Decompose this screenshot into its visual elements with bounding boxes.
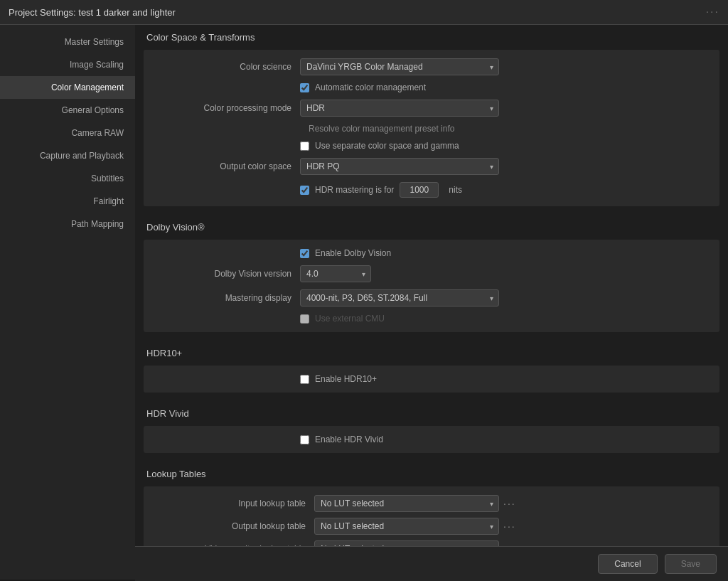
input-lut-select-wrapper: No LUT selected — [314, 495, 499, 512]
sidebar-item-camera-raw[interactable]: Camera RAW — [0, 122, 135, 144]
enable-hdr10plus-label[interactable]: Enable HDR10+ — [300, 374, 705, 384]
save-button[interactable]: Save — [665, 554, 717, 574]
color-science-select[interactable]: DaVinci YRGB Color Managed DaVinci YRGB … — [300, 58, 499, 75]
hdr-mastering-text: HDR mastering is for — [315, 185, 394, 195]
sidebar-item-image-scaling[interactable]: Image Scaling — [0, 53, 135, 76]
separate-color-space-text: Use separate color space and gamma — [315, 141, 459, 151]
external-cmu-control: Use external CMU — [300, 314, 705, 324]
output-color-space-row: Output color space HDR PQ Rec.709 Rec.20… — [158, 158, 705, 175]
output-lut-dots-button[interactable]: ··· — [499, 519, 520, 533]
mastering-display-control: 4000-nit, P3, D65, ST.2084, Full 1000-ni… — [300, 289, 705, 307]
content-scroll: Color Space & Transforms Color science D… — [135, 25, 728, 580]
sidebar-item-subtitles[interactable]: Subtitles — [0, 167, 135, 190]
color-science-label: Color science — [158, 62, 300, 72]
enable-dolby-vision-label[interactable]: Enable Dolby Vision — [300, 248, 705, 258]
hdr-mastering-label[interactable]: HDR mastering is for nits — [300, 182, 705, 198]
resolve-preset-row: Resolve color management preset info — [158, 124, 705, 134]
cancel-button[interactable]: Cancel — [598, 554, 657, 574]
sidebar-item-master-settings[interactable]: Master Settings — [0, 31, 135, 53]
color-space-title: Color Space & Transforms — [146, 32, 255, 43]
output-color-space-label: Output color space — [158, 161, 300, 171]
hdr-mastering-nits-input[interactable] — [400, 182, 439, 198]
auto-color-management-row: Automatic color management — [158, 82, 705, 92]
hdr-vivid-section-header: HDR Vivid — [135, 401, 728, 426]
separate-color-space-label[interactable]: Use separate color space and gamma — [300, 141, 705, 151]
output-color-space-select-wrapper: HDR PQ Rec.709 Rec.2020 — [300, 158, 499, 175]
footer: Cancel Save — [135, 546, 728, 581]
hdr-mastering-checkbox[interactable] — [300, 186, 309, 195]
sidebar: Master Settings Image Scaling Color Mana… — [0, 25, 135, 580]
dolby-vision-version-row: Dolby Vision version 4.0 2.9 3.0 — [158, 265, 705, 282]
hdr-mastering-row: HDR mastering is for nits — [158, 182, 705, 198]
enable-dolby-vision-text: Enable Dolby Vision — [315, 248, 391, 258]
lookup-tables-section-header: Lookup Tables — [135, 462, 728, 486]
color-processing-mode-row: Color processing mode HDR SDR — [158, 100, 705, 117]
enable-hdr-vivid-checkbox[interactable] — [300, 435, 309, 444]
output-lut-select[interactable]: No LUT selected — [314, 518, 499, 535]
lookup-tables-title: Lookup Tables — [146, 469, 206, 479]
color-space-section-header: Color Space & Transforms — [135, 25, 728, 50]
mastering-display-select[interactable]: 4000-nit, P3, D65, ST.2084, Full 1000-ni… — [300, 289, 499, 307]
color-science-row: Color science DaVinci YRGB Color Managed… — [158, 58, 705, 75]
enable-hdr-vivid-row: Enable HDR Vivid — [158, 435, 705, 444]
sidebar-item-fairlight[interactable]: Fairlight — [0, 190, 135, 213]
enable-hdr-vivid-label[interactable]: Enable HDR Vivid — [300, 435, 705, 444]
output-lut-row: Output lookup table No LUT selected ··· — [158, 518, 705, 535]
color-processing-mode-select-wrapper: HDR SDR — [300, 100, 499, 117]
input-lut-select[interactable]: No LUT selected — [314, 495, 499, 512]
external-cmu-row: Use external CMU — [158, 314, 705, 324]
dolby-vision-version-select[interactable]: 4.0 2.9 3.0 — [300, 265, 371, 282]
separate-color-space-checkbox[interactable] — [300, 142, 309, 151]
auto-color-management-label[interactable]: Automatic color management — [300, 82, 705, 92]
dolby-vision-version-control: 4.0 2.9 3.0 — [300, 265, 705, 282]
color-processing-mode-label: Color processing mode — [158, 103, 300, 113]
enable-hdr10plus-checkbox[interactable] — [300, 375, 309, 384]
auto-color-management-control: Automatic color management — [300, 82, 705, 92]
auto-color-management-text: Automatic color management — [315, 82, 426, 92]
title-bar: Project Settings: test 1 darker and ligh… — [0, 0, 728, 25]
hdr10plus-panel: Enable HDR10+ — [144, 366, 719, 393]
enable-hdr-vivid-text: Enable HDR Vivid — [315, 435, 383, 444]
sidebar-item-path-mapping[interactable]: Path Mapping — [0, 213, 135, 235]
enable-hdr10plus-row: Enable HDR10+ — [158, 374, 705, 384]
sidebar-item-general-options[interactable]: General Options — [0, 99, 135, 122]
color-processing-mode-control: HDR SDR — [300, 100, 705, 117]
output-color-space-select[interactable]: HDR PQ Rec.709 Rec.2020 — [300, 158, 499, 175]
color-science-control: DaVinci YRGB Color Managed DaVinci YRGB … — [300, 58, 705, 75]
enable-dolby-vision-row: Enable Dolby Vision — [158, 248, 705, 258]
mastering-display-label: Mastering display — [158, 293, 300, 303]
dolby-vision-version-select-wrapper: 4.0 2.9 3.0 — [300, 265, 371, 282]
auto-color-management-checkbox[interactable] — [300, 83, 309, 92]
hdr-mastering-control: HDR mastering is for nits — [300, 182, 705, 198]
separate-color-space-row: Use separate color space and gamma — [158, 141, 705, 151]
sidebar-item-capture-playback[interactable]: Capture and Playback — [0, 144, 135, 167]
sidebar-item-color-management[interactable]: Color Management — [0, 76, 135, 99]
color-space-panel: Color science DaVinci YRGB Color Managed… — [144, 50, 719, 206]
input-lut-dots-button[interactable]: ··· — [499, 496, 520, 511]
enable-hdr10plus-control: Enable HDR10+ — [300, 374, 705, 384]
input-lut-label: Input lookup table — [158, 499, 314, 508]
dolby-vision-section-header: Dolby Vision® — [135, 215, 728, 240]
external-cmu-text: Use external CMU — [315, 314, 385, 324]
dolby-vision-panel: Enable Dolby Vision Dolby Vision version… — [144, 240, 719, 332]
dolby-vision-version-label: Dolby Vision version — [158, 269, 300, 279]
color-processing-mode-select[interactable]: HDR SDR — [300, 100, 499, 117]
main-layout: Master Settings Image Scaling Color Mana… — [0, 25, 728, 580]
hdr-vivid-panel: Enable HDR Vivid — [144, 426, 719, 453]
output-lut-select-wrapper: No LUT selected — [314, 518, 499, 535]
enable-hdr10plus-text: Enable HDR10+ — [315, 374, 377, 384]
enable-dolby-vision-control: Enable Dolby Vision — [300, 248, 705, 258]
mastering-display-row: Mastering display 4000-nit, P3, D65, ST.… — [158, 289, 705, 307]
separate-color-space-control: Use separate color space and gamma — [300, 141, 705, 151]
mastering-display-select-wrapper: 4000-nit, P3, D65, ST.2084, Full 1000-ni… — [300, 289, 499, 307]
dolby-vision-title: Dolby Vision® — [146, 222, 205, 233]
window-menu-dots[interactable]: ··· — [706, 6, 719, 18]
resolve-preset-text: Resolve color management preset info — [300, 124, 705, 134]
external-cmu-checkbox[interactable] — [300, 314, 309, 324]
enable-hdr-vivid-control: Enable HDR Vivid — [300, 435, 705, 444]
enable-dolby-vision-checkbox[interactable] — [300, 249, 309, 258]
hdr10plus-section-header: HDR10+ — [135, 341, 728, 366]
output-lut-label: Output lookup table — [158, 521, 314, 531]
hdr10plus-title: HDR10+ — [146, 348, 182, 358]
hdr-mastering-unit: nits — [449, 185, 462, 195]
